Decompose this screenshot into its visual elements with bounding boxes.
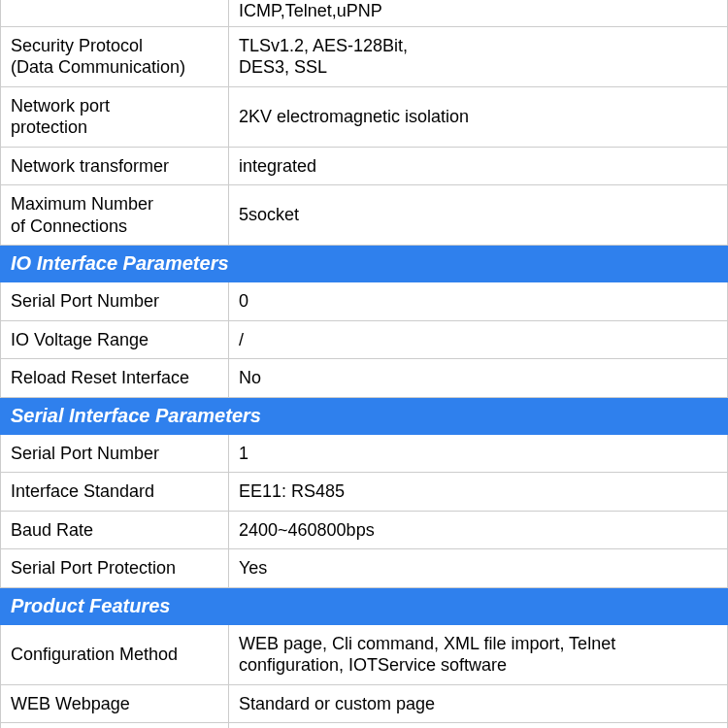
spec-label: Interface Standard: [1, 473, 229, 512]
table-row: Baud Rate2400~460800bps: [1, 511, 728, 549]
spec-value: No: [229, 359, 728, 398]
section-header: IO Interface Parameters: [1, 246, 728, 282]
spec-label: Configuration Method: [1, 624, 229, 684]
spec-label: Serial Port Number: [1, 434, 229, 473]
spec-label: Security Protocol (Data Communication): [1, 26, 229, 86]
spec-value: DHCP or static IP, AutoIP: [229, 723, 728, 729]
spec-value: 2KV electromagnetic isolation: [229, 86, 728, 147]
spec-value: Yes: [229, 549, 728, 588]
table-row: Serial Port Number1: [1, 434, 728, 473]
table-row: Maximum Number of Connections5socket: [1, 185, 728, 246]
table-row: ICMP,Telnet,uPNP: [1, 0, 728, 26]
spec-value: integrated: [229, 147, 728, 185]
table-row: Serial Port Number0: [1, 282, 728, 321]
spec-label: [1, 0, 229, 26]
spec-label: Baud Rate: [1, 511, 229, 549]
spec-label: IO Voltage Range: [1, 320, 229, 359]
section-title: Product Features: [1, 587, 728, 624]
spec-value: Standard or custom page: [229, 684, 728, 723]
spec-value: EE11: RS485: [229, 473, 728, 512]
section-title: IO Interface Parameters: [1, 246, 728, 282]
spec-value: 2400~460800bps: [229, 511, 728, 549]
spec-value: WEB page, Cli command, XML file import, …: [229, 624, 728, 684]
table-row: Network transformerintegrated: [1, 147, 728, 185]
spec-label: WEB Webpage: [1, 684, 229, 723]
table-row: Interface StandardEE11: RS485: [1, 473, 728, 512]
table-row: Reload Reset InterfaceNo: [1, 359, 728, 398]
spec-label: Maximum Number of Connections: [1, 185, 229, 246]
spec-label: Network transformer: [1, 147, 229, 185]
spec-value: 5socket: [229, 185, 728, 246]
spec-label: Serial Port Number: [1, 282, 229, 321]
table-row: IO Voltage Range/: [1, 320, 728, 359]
spec-label: Reload Reset Interface: [1, 359, 229, 398]
spec-value: ICMP,Telnet,uPNP: [229, 0, 728, 26]
table-row: Configuration MethodWEB page, Cli comman…: [1, 624, 728, 684]
section-header: Serial Interface Parameters: [1, 397, 728, 434]
table-row: Serial Port ProtectionYes: [1, 549, 728, 588]
spec-value: 1: [229, 434, 728, 473]
section-title: Serial Interface Parameters: [1, 397, 728, 434]
spec-value: TLSv1.2, AES-128Bit, DES3, SSL: [229, 26, 728, 86]
spec-value: 0: [229, 282, 728, 321]
spec-table: ICMP,Telnet,uPNP Security Protocol (Data…: [0, 0, 728, 728]
section-header: Product Features: [1, 587, 728, 624]
table-row: IP Acquisition MethodDHCP or static IP, …: [1, 723, 728, 729]
table-row: Network port protection2KV electromagnet…: [1, 86, 728, 147]
table-row: Security Protocol (Data Communication)TL…: [1, 26, 728, 86]
spec-value: /: [229, 320, 728, 359]
spec-label: Network port protection: [1, 86, 229, 147]
spec-label: IP Acquisition Method: [1, 723, 229, 729]
spec-label: Serial Port Protection: [1, 549, 229, 588]
table-row: WEB WebpageStandard or custom page: [1, 684, 728, 723]
